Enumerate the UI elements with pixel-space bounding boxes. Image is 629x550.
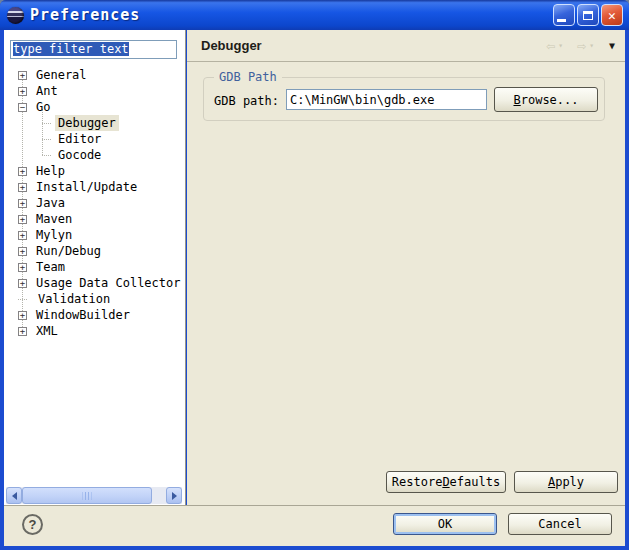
dialog-footer: ? OK Cancel <box>4 505 625 546</box>
tree-item-mylyn[interactable]: +Mylyn <box>6 227 182 243</box>
question-mark-icon: ? <box>29 517 37 532</box>
tree-item-label: Validation <box>35 291 113 307</box>
scroll-right-button[interactable] <box>166 487 182 504</box>
tree-item-windowbuilder[interactable]: +WindowBuilder <box>6 307 182 323</box>
scroll-left-icon <box>12 492 17 500</box>
tree-item-label: Run/Debug <box>33 243 104 259</box>
tree-item-go[interactable]: −Go <box>6 99 182 115</box>
tree-connector <box>18 299 27 300</box>
tree-item-label: Help <box>33 163 68 179</box>
tree-item-xml[interactable]: +XML <box>6 323 182 339</box>
tree-item-label: Editor <box>55 131 104 147</box>
expand-icon[interactable]: + <box>18 167 27 176</box>
filter-input[interactable]: type filter text <box>10 40 177 59</box>
tree-item-label: Usage Data Collector <box>33 275 184 291</box>
expand-icon[interactable]: + <box>18 263 27 272</box>
gdb-path-group: GDB Path GDB path: Browse... <box>203 77 605 121</box>
preferences-dialog: Preferences ✕ type filter text +General+… <box>0 0 629 550</box>
filter-input-value: type filter text <box>13 42 129 56</box>
preferences-tree-panel: type filter text +General+Ant−GoDebugger… <box>4 30 186 505</box>
tree-item-general[interactable]: +General <box>6 67 182 83</box>
gdb-path-label: GDB path: <box>214 94 279 108</box>
restore-defaults-button[interactable]: Restore Defaults <box>386 471 506 493</box>
tree-item-label: Team <box>33 259 68 275</box>
tree-item-label: General <box>33 67 90 83</box>
back-dropdown-icon[interactable]: ▾ <box>558 42 563 50</box>
settings-page: Debugger ⇦ ▾ ⇨ ▾ ▼ GDB Path GDB path: Br… <box>187 30 625 505</box>
tree-item-validation[interactable]: Validation <box>6 291 182 307</box>
tree-item-team[interactable]: +Team <box>6 259 182 275</box>
tree-item-usage-data-collector[interactable]: +Usage Data Collector <box>6 275 182 291</box>
apply-button[interactable]: Apply <box>514 471 618 493</box>
cancel-button[interactable]: Cancel <box>508 513 612 535</box>
scroll-left-button[interactable] <box>6 487 22 504</box>
tree-item-help[interactable]: +Help <box>6 163 182 179</box>
help-button[interactable]: ? <box>22 514 43 535</box>
tree-item-debugger[interactable]: Debugger <box>6 115 182 131</box>
scrollbar-grip <box>83 492 92 500</box>
tree-connector <box>42 123 51 124</box>
expand-icon[interactable]: + <box>18 311 27 320</box>
minimize-button[interactable] <box>553 4 575 26</box>
expand-icon[interactable]: + <box>18 231 27 240</box>
gdb-path-input[interactable] <box>286 89 487 110</box>
expand-icon[interactable]: + <box>18 87 27 96</box>
tree-item-label: Debugger <box>55 115 119 131</box>
expand-icon[interactable]: + <box>18 183 27 192</box>
view-menu-icon[interactable]: ▼ <box>609 41 615 51</box>
horizontal-scrollbar[interactable] <box>6 487 182 504</box>
scrollbar-thumb[interactable] <box>22 487 152 504</box>
tree-item-label: Go <box>33 99 53 115</box>
expand-icon[interactable]: + <box>18 199 27 208</box>
eclipse-logo-icon <box>7 7 24 24</box>
page-title: Debugger <box>201 38 262 53</box>
back-arrow-icon[interactable]: ⇦ <box>546 39 555 54</box>
group-legend: GDB Path <box>214 70 282 85</box>
tree-item-run-debug[interactable]: +Run/Debug <box>6 243 182 259</box>
minimize-icon <box>557 19 566 22</box>
window-title: Preferences <box>30 6 140 24</box>
expand-icon[interactable]: + <box>18 71 27 80</box>
tree-item-label: Java <box>33 195 68 211</box>
tree-item-gocode[interactable]: Gocode <box>6 147 182 163</box>
tree-item-label: WindowBuilder <box>33 307 133 323</box>
tree-item-label: Gocode <box>55 147 104 163</box>
page-header: Debugger ⇦ ▾ ⇨ ▾ ▼ <box>187 30 625 62</box>
scrollbar-track[interactable] <box>152 487 166 504</box>
tree-item-install-update[interactable]: +Install/Update <box>6 179 182 195</box>
expand-icon[interactable]: + <box>18 279 27 288</box>
forward-dropdown-icon[interactable]: ▾ <box>589 42 594 50</box>
tree-item-maven[interactable]: +Maven <box>6 211 182 227</box>
collapse-icon[interactable]: − <box>18 103 27 112</box>
tree-item-ant[interactable]: +Ant <box>6 83 182 99</box>
tree-item-label: Mylyn <box>33 227 75 243</box>
browse-button[interactable]: Browse... <box>494 87 598 112</box>
tree-item-editor[interactable]: Editor <box>6 131 182 147</box>
tree-item-label: Install/Update <box>33 179 140 195</box>
expand-icon[interactable]: + <box>18 215 27 224</box>
expand-icon[interactable]: + <box>18 247 27 256</box>
close-icon: ✕ <box>608 9 616 22</box>
forward-arrow-icon[interactable]: ⇨ <box>577 39 586 54</box>
ok-button[interactable]: OK <box>393 513 497 535</box>
tree-item-label: Maven <box>33 211 75 227</box>
tree-item-label: Ant <box>33 83 61 99</box>
titlebar[interactable]: Preferences ✕ <box>0 0 629 30</box>
scroll-right-icon <box>172 492 177 500</box>
close-button[interactable]: ✕ <box>601 4 623 26</box>
tree-item-java[interactable]: +Java <box>6 195 182 211</box>
tree-connector <box>42 139 51 140</box>
tree-item-label: XML <box>33 323 61 339</box>
maximize-icon <box>583 11 593 20</box>
tree-connector <box>42 155 51 156</box>
maximize-button[interactable] <box>577 4 599 26</box>
expand-icon[interactable]: + <box>18 327 27 336</box>
preferences-tree: +General+Ant−GoDebuggerEditorGocode+Help… <box>6 67 182 339</box>
